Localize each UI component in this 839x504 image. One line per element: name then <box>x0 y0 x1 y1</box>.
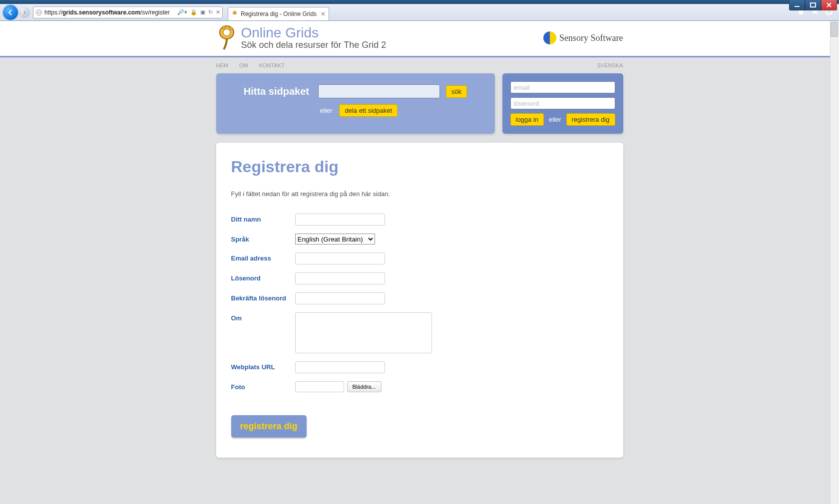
brand-title: Online Grids <box>241 26 387 40</box>
compat-icon[interactable]: ▣ <box>200 9 205 15</box>
browse-button[interactable]: Bläddra... <box>347 381 382 392</box>
refresh-icon[interactable]: ↻ <box>208 9 213 15</box>
login-button[interactable]: logga in <box>510 113 544 126</box>
window-close-button[interactable] <box>821 0 837 10</box>
window-minimize-button[interactable] <box>789 0 805 10</box>
window-maximize-button[interactable] <box>805 0 821 10</box>
svg-line-15 <box>826 13 827 14</box>
search-heading: Hitta sidpaket <box>244 86 309 97</box>
login-password-input[interactable] <box>510 97 615 109</box>
address-url: https://grids.sensorysoftware.com/sv/reg… <box>44 9 170 16</box>
page-scrollbar[interactable] <box>830 21 839 504</box>
nav-about[interactable]: OM <box>239 62 248 68</box>
scrollbar-thumb[interactable] <box>831 22 838 37</box>
company-name: Sensory Software <box>559 33 623 43</box>
company-logo-icon <box>543 31 556 44</box>
label-photo: Foto <box>231 381 295 392</box>
browser-toolbar: https://grids.sensorysoftware.com/sv/reg… <box>0 4 839 21</box>
nav-contact[interactable]: KONTAKT <box>259 62 285 68</box>
login-email-input[interactable] <box>510 81 615 93</box>
top-nav: HEM OM KONTAKT SVENSKA <box>216 57 623 73</box>
site-favicon-icon <box>35 9 42 16</box>
register-intro: Fyll i fältet nedan för att registrera d… <box>231 190 608 198</box>
label-language: Språk <box>231 234 295 245</box>
svg-point-19 <box>229 27 232 30</box>
search-button[interactable]: sök <box>446 85 467 98</box>
search-input[interactable] <box>318 84 440 98</box>
textarea-about[interactable] <box>295 312 432 353</box>
input-email[interactable] <box>295 252 385 264</box>
page-viewport: Online Grids Sök och dela resurser för T… <box>0 21 839 504</box>
input-password[interactable] <box>295 272 385 284</box>
site-header: Online Grids Sök och dela resurser för T… <box>0 21 839 57</box>
label-email: Email adress <box>231 252 295 264</box>
label-website: Webplats URL <box>231 361 295 373</box>
svg-point-18 <box>222 26 225 29</box>
register-title: Registrera dig <box>231 158 608 176</box>
lock-icon[interactable]: 🔒 <box>190 9 197 15</box>
company-brand[interactable]: Sensory Software <box>543 31 623 44</box>
stop-icon[interactable]: ✕ <box>216 9 220 15</box>
nav-home[interactable]: HEM <box>216 62 228 68</box>
svg-line-13 <box>831 13 832 14</box>
input-confirm-password[interactable] <box>295 292 385 304</box>
brand-subtitle: Sök och dela resurser för The Grid 2 <box>241 40 387 50</box>
label-about: Om <box>231 312 295 353</box>
login-or-label: eller <box>549 116 561 123</box>
label-confirm-password: Bekräfta lösenord <box>231 292 295 304</box>
register-card: Registrera dig Fyll i fältet nedan för a… <box>216 143 623 458</box>
window-titlebar <box>0 0 839 4</box>
file-path-display <box>295 381 344 392</box>
window-controls <box>789 0 837 10</box>
tab-title: Registrera dig - Online Grids <box>241 10 317 17</box>
label-password: Lösenord <box>231 272 295 284</box>
select-language[interactable]: English (Great Britain) <box>295 234 375 245</box>
search-or-label: eller <box>320 107 333 114</box>
svg-point-17 <box>223 29 230 36</box>
share-gridset-button[interactable]: dela ett sidpaket <box>339 104 398 117</box>
svg-rect-1 <box>811 3 816 7</box>
input-name[interactable] <box>295 214 385 226</box>
address-bar-actions: 🔎▾ 🔒 ▣ ↻ ✕ <box>177 9 220 15</box>
site-logo-icon <box>216 24 237 52</box>
tab-favicon-icon <box>231 10 238 17</box>
search-dropdown-icon[interactable]: 🔎▾ <box>177 9 187 15</box>
search-panel: Hitta sidpaket sök eller dela ett sidpak… <box>216 73 495 134</box>
login-register-button[interactable]: registrera dig <box>566 113 615 126</box>
input-website[interactable] <box>295 361 385 373</box>
address-bar[interactable]: https://grids.sensorysoftware.com/sv/reg… <box>33 6 223 18</box>
label-name: Ditt namn <box>231 214 295 226</box>
nav-language[interactable]: SVENSKA <box>597 62 623 68</box>
submit-register-button[interactable]: registrera dig <box>231 415 307 438</box>
browser-tab[interactable]: Registrera dig - Online Grids ✕ <box>228 7 329 20</box>
svg-rect-0 <box>795 6 800 7</box>
nav-back-button[interactable] <box>3 5 18 20</box>
tab-close-icon[interactable]: ✕ <box>321 10 326 17</box>
login-panel: logga in eller registrera dig <box>502 73 623 134</box>
nav-forward-button[interactable] <box>19 7 30 18</box>
